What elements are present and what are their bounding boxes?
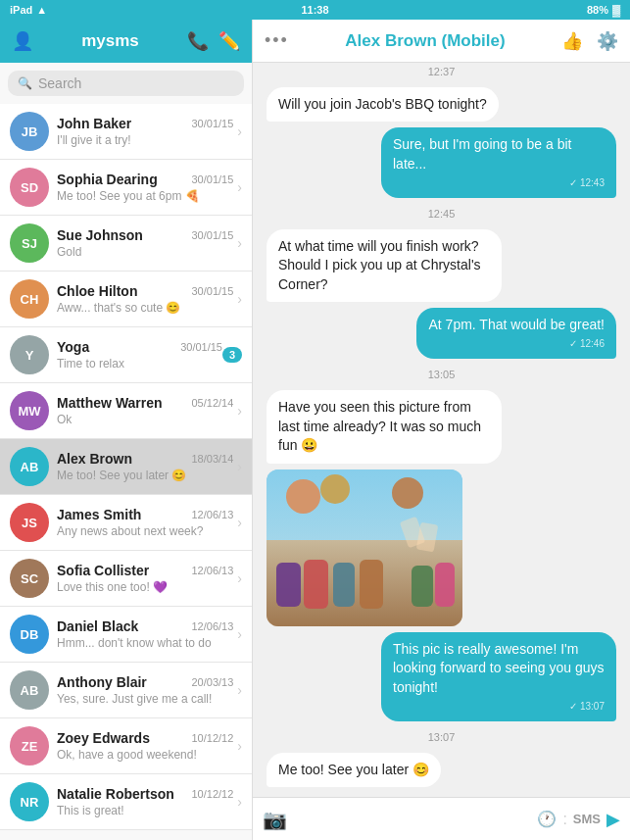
phone-icon[interactable]: 📞	[187, 30, 209, 52]
conversation-item[interactable]: JS James Smith 12/06/13 Any news about n…	[0, 495, 252, 551]
conv-top: Sofia Collister 12/06/13	[57, 563, 233, 578]
thumbs-up-icon[interactable]: 👍	[561, 30, 583, 52]
message-row: Me too! See you later 😊	[267, 753, 616, 788]
conv-name: Anthony Blair	[57, 674, 147, 690]
conv-date: 12/06/13	[192, 620, 234, 632]
conv-preview: Ok	[57, 413, 233, 426]
conversation-item[interactable]: DB Daniel Black 12/06/13 Hmm... don't kn…	[0, 607, 252, 663]
conv-info: Chloe Hilton 30/01/15 Aww... that's so c…	[57, 283, 233, 315]
conv-info: Anthony Blair 20/03/13 Yes, sure. Just g…	[57, 674, 233, 706]
message-image[interactable]	[267, 469, 462, 626]
send-icon[interactable]: ▶	[606, 809, 620, 830]
message-bubble: Will you join Jacob's BBQ tonight?	[267, 87, 499, 123]
conv-preview: Gold	[57, 245, 233, 259]
conv-preview: This is great!	[57, 804, 233, 817]
clock-icon[interactable]: 🕐	[537, 810, 557, 828]
conversation-item[interactable]: MW Matthew Warren 05/12/14 Ok ›	[0, 383, 252, 439]
message-row: At 7pm. That would be great!✓ 12:46	[267, 308, 616, 359]
conversation-item[interactable]: CH Chloe Hilton 30/01/15 Aww... that's s…	[0, 272, 252, 327]
message-bubble: At 7pm. That would be great!✓ 12:46	[416, 308, 616, 359]
conv-date: 30/01/15	[180, 341, 222, 353]
conversation-item[interactable]: Y Yoga 30/01/15 Time to relax 3	[0, 327, 252, 383]
conv-date: 10/12/12	[192, 732, 234, 744]
conversation-item[interactable]: SD Sophia Dearing 30/01/15 Me too! See y…	[0, 160, 252, 216]
unread-badge: 3	[222, 347, 242, 363]
conv-preview: Time to relax	[57, 357, 222, 371]
conv-name: Chloe Hilton	[57, 283, 137, 299]
conversation-item[interactable]: ZE Zoey Edwards 10/12/12 Ok, have a good…	[0, 718, 252, 774]
conv-preview: Love this one too! 💜	[57, 580, 233, 594]
message-bubble: Have you seen this picture from last tim…	[267, 390, 502, 464]
chevron-icon: ›	[237, 626, 242, 642]
message-text: Will you join Jacob's BBQ tonight?	[278, 96, 487, 112]
conv-name: James Smith	[57, 507, 141, 522]
chevron-icon: ›	[237, 235, 242, 251]
chevron-icon: ›	[237, 124, 242, 139]
conv-info: Alex Brown 18/03/14 Me too! See you late…	[57, 451, 233, 482]
main-container: 👤 mysms 📞 ✏️ 🔍 Search JB John Baker 30/0…	[0, 20, 630, 840]
conv-top: Matthew Warren 05/12/14	[57, 395, 233, 411]
message-tick: ✓ 13:07	[393, 700, 605, 714]
conv-info: Zoey Edwards 10/12/12 Ok, have a good we…	[57, 730, 233, 762]
battery-label: 88%	[587, 4, 608, 16]
conv-preview: Ok, have a good weekend!	[57, 748, 233, 762]
conv-top: Yoga 30/01/15	[57, 339, 222, 355]
conv-preview: Aww... that's so cute 😊	[57, 301, 233, 315]
conv-top: Zoey Edwards 10/12/12	[57, 730, 233, 746]
conversation-item[interactable]: SC Sofia Collister 12/06/13 Love this on…	[0, 551, 252, 607]
conv-top: John Baker 30/01/15	[57, 116, 233, 131]
message-row: Will you join Jacob's BBQ tonight?	[267, 87, 616, 123]
message-text: This pic is really awesome! I'm looking …	[393, 641, 605, 695]
conversation-item[interactable]: AB Alex Brown 18/03/14 Me too! See you l…	[0, 439, 252, 495]
search-bar[interactable]: 🔍 Search	[8, 71, 244, 96]
conv-info: Daniel Black 12/06/13 Hmm... don't know …	[57, 618, 233, 650]
compose-icon[interactable]: ✏️	[218, 30, 240, 52]
conversation-item[interactable]: JB John Baker 30/01/15 I'll give it a tr…	[0, 104, 252, 160]
conv-top: Anthony Blair 20/03/13	[57, 674, 233, 690]
status-right: 88% ▓	[587, 4, 620, 16]
camera-icon[interactable]: 📷	[263, 808, 287, 831]
right-header: ••• Alex Brown (Mobile) 👍 ⚙️	[253, 20, 630, 63]
conv-info: Sofia Collister 12/06/13 Love this one t…	[57, 563, 233, 594]
chevron-icon: ›	[237, 515, 242, 530]
carrier-label: iPad	[10, 4, 32, 16]
status-left: iPad ▲	[10, 4, 47, 16]
settings-icon[interactable]: ⚙️	[597, 30, 618, 52]
conversation-item[interactable]: NR Natalie Robertson 10/12/12 This is gr…	[0, 774, 252, 830]
back-dots[interactable]: •••	[265, 30, 289, 51]
message-text: At 7pm. That would be great!	[428, 317, 605, 332]
conv-name: Matthew Warren	[57, 395, 163, 411]
input-right: 🕐 : SMS ▶	[537, 809, 620, 830]
conv-date: 10/12/12	[192, 788, 234, 800]
app-title: mysms	[81, 31, 139, 51]
chevron-icon: ›	[237, 570, 242, 586]
time-label: 13:05	[267, 369, 616, 380]
conv-name: Sofia Collister	[57, 563, 149, 578]
avatar: SJ	[10, 223, 49, 263]
avatar: SD	[10, 168, 49, 207]
chevron-icon: ›	[237, 291, 242, 307]
input-divider: :	[562, 811, 566, 828]
status-time: 11:38	[301, 4, 328, 16]
conv-name: Zoey Edwards	[57, 730, 150, 746]
conversation-item[interactable]: AB Anthony Blair 20/03/13 Yes, sure. Jus…	[0, 663, 252, 718]
contacts-icon[interactable]: 👤	[12, 30, 33, 52]
conv-name: Sophia Dearing	[57, 172, 158, 187]
conv-preview: I'll give it a try!	[57, 133, 233, 147]
message-text: Sure, but I'm going to be a bit late...	[393, 136, 571, 172]
message-row	[267, 469, 616, 626]
status-bar: iPad ▲ 11:38 88% ▓	[0, 0, 630, 20]
message-input[interactable]	[295, 812, 529, 827]
right-header-icons: 👍 ⚙️	[561, 30, 618, 52]
conv-preview: Yes, sure. Just give me a call!	[57, 692, 233, 706]
time-label: 13:07	[267, 731, 616, 743]
battery-icon: ▓	[612, 4, 620, 16]
conversation-item[interactable]: SJ Sue Johnson 30/01/15 Gold ›	[0, 216, 252, 272]
search-icon: 🔍	[18, 76, 32, 90]
conv-preview: Any news about next week?	[57, 524, 233, 538]
input-bar: 📷 🕐 : SMS ▶	[253, 797, 630, 840]
conv-name: Daniel Black	[57, 618, 138, 634]
chevron-icon: ›	[237, 459, 242, 474]
messages-area: meet each other anyways at the course.Th…	[253, 63, 630, 797]
avatar: ZE	[10, 726, 49, 766]
